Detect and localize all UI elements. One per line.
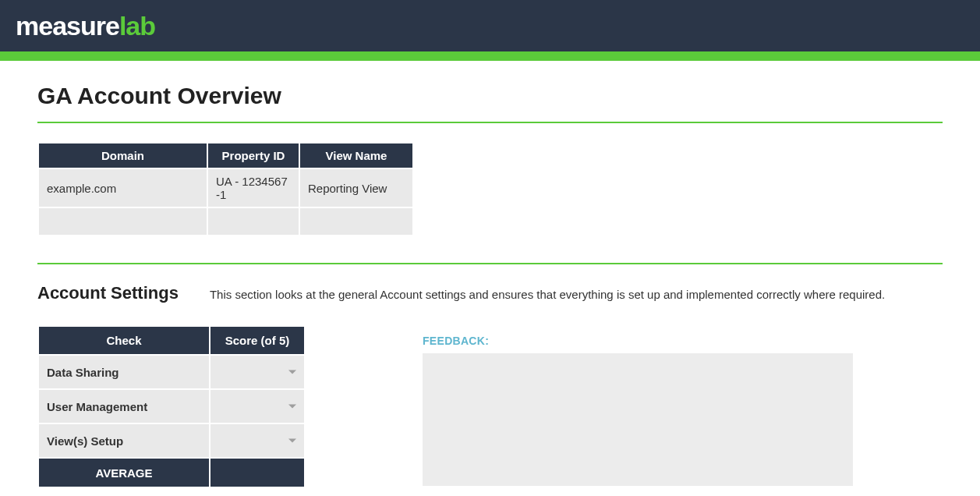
average-value: [211, 459, 304, 487]
overview-header-property-id: Property ID: [208, 143, 299, 168]
brand-part1: measure: [16, 11, 119, 41]
overview-cell-view-name: [300, 208, 412, 235]
score-dropdown[interactable]: [211, 356, 304, 388]
overview-header-domain: Domain: [39, 143, 207, 168]
green-stripe: [0, 51, 980, 61]
average-label: AVERAGE: [39, 459, 209, 487]
check-name: View(s) Setup: [39, 424, 209, 457]
feedback-block: FEEDBACK:: [423, 325, 943, 488]
check-score-table: Check Score (of 5) Data Sharing User Man…: [37, 325, 306, 488]
check-name: User Management: [39, 390, 209, 423]
overview-cell-property-id: [208, 208, 299, 235]
chevron-down-icon: [288, 405, 296, 409]
feedback-textarea[interactable]: [423, 353, 853, 486]
check-name: Data Sharing: [39, 356, 209, 388]
score-dropdown[interactable]: [211, 424, 304, 457]
overview-cell-view-name: Reporting View: [300, 169, 412, 207]
overview-cell-domain: example.com: [39, 169, 207, 207]
table-row: User Management: [39, 390, 304, 423]
overview-table: Domain Property ID View Name example.com…: [37, 142, 414, 236]
overview-cell-property-id: UA - 1234567 -1: [208, 169, 299, 207]
overview-cell-domain: [39, 208, 207, 235]
overview-header-view-name: View Name: [300, 143, 412, 168]
table-row: View(s) Setup: [39, 424, 304, 457]
brand-part2: lab: [119, 11, 155, 41]
feedback-label: FEEDBACK:: [423, 335, 943, 347]
table-row: [39, 208, 412, 235]
table-row: Data Sharing: [39, 356, 304, 388]
divider: [37, 263, 943, 264]
score-dropdown[interactable]: [211, 390, 304, 423]
section-description: This section looks at the general Accoun…: [210, 288, 885, 301]
section-title-account-settings: Account Settings: [37, 283, 179, 303]
page-title: GA Account Overview: [37, 83, 943, 109]
check-header-check: Check: [39, 327, 209, 354]
average-row: AVERAGE: [39, 459, 304, 487]
brand-logo: measurelab: [16, 11, 155, 41]
chevron-down-icon: [288, 370, 296, 374]
table-row: example.com UA - 1234567 -1 Reporting Vi…: [39, 169, 412, 207]
header-bar: measurelab: [0, 0, 980, 51]
chevron-down-icon: [288, 439, 296, 443]
check-header-score: Score (of 5): [211, 327, 304, 354]
divider: [37, 122, 943, 123]
